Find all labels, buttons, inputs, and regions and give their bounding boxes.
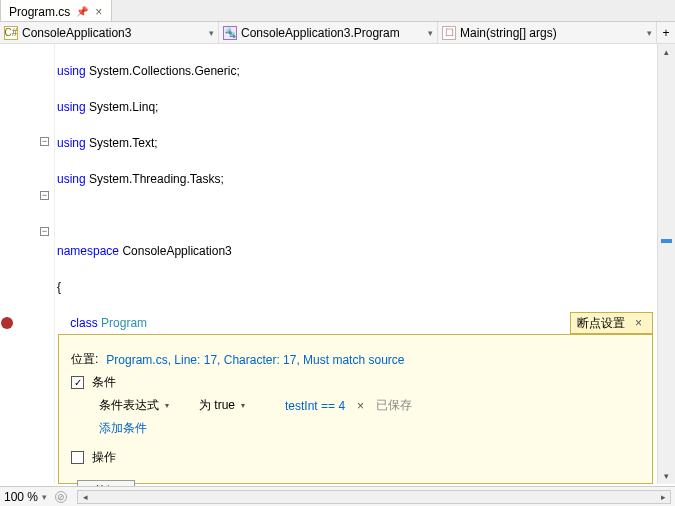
csharp-icon: C# bbox=[4, 26, 18, 40]
scroll-right-icon[interactable]: ▸ bbox=[656, 491, 670, 503]
chevron-down-icon: ▾ bbox=[241, 401, 245, 410]
breakpoint-settings-panel: 位置: Program.cs, Line: 17, Character: 17,… bbox=[58, 334, 653, 484]
nav-project-label: ConsoleApplication3 bbox=[22, 26, 131, 40]
scroll-marker bbox=[661, 239, 672, 243]
kw: namespace bbox=[57, 244, 119, 258]
conditions-label: 条件 bbox=[92, 374, 116, 391]
add-condition-link[interactable]: 添加条件 bbox=[99, 420, 147, 437]
kw: using bbox=[57, 136, 86, 150]
scroll-down-icon[interactable]: ▾ bbox=[658, 468, 675, 484]
chevron-down-icon[interactable]: ▾ bbox=[42, 492, 47, 502]
plus-icon: + bbox=[662, 26, 669, 40]
panel-title: 断点设置 bbox=[577, 315, 625, 332]
tab-bar: Program.cs 📌 × bbox=[0, 0, 675, 22]
no-issues-icon[interactable]: ⊘ bbox=[55, 491, 67, 503]
vertical-scrollbar[interactable]: ▴ ▾ bbox=[657, 44, 675, 484]
dd-label: 条件表达式 bbox=[99, 397, 159, 414]
kw: using bbox=[57, 100, 86, 114]
remove-condition-icon[interactable]: × bbox=[353, 399, 368, 413]
close-icon[interactable]: × bbox=[631, 316, 646, 330]
method-icon: ☐ bbox=[442, 26, 456, 40]
status-bar: 100 % ▾ ⊘ ◂ ▸ bbox=[0, 486, 675, 506]
close-tab-icon[interactable]: × bbox=[92, 5, 105, 19]
nav-class-dropdown[interactable]: 🔩 ConsoleApplication3.Program ▾ bbox=[219, 22, 438, 43]
chevron-down-icon: ▾ bbox=[647, 28, 652, 38]
ws bbox=[57, 316, 70, 330]
txt: ConsoleApplication3 bbox=[119, 244, 232, 258]
editor-gutter[interactable]: − − − bbox=[0, 44, 55, 484]
txt: System.Linq; bbox=[86, 100, 159, 114]
fold-toggle[interactable]: − bbox=[40, 227, 49, 236]
chevron-down-icon: ▾ bbox=[165, 401, 169, 410]
chevron-down-icon: ▾ bbox=[428, 28, 433, 38]
condition-expression[interactable]: testInt == 4 bbox=[285, 399, 345, 413]
scroll-up-icon[interactable]: ▴ bbox=[658, 44, 675, 60]
file-tab[interactable]: Program.cs 📌 × bbox=[0, 0, 112, 21]
nav-member-dropdown[interactable]: ☐ Main(string[] args) ▾ bbox=[438, 22, 657, 43]
condition-type-dropdown[interactable]: 条件表达式 ▾ bbox=[99, 397, 169, 414]
scroll-left-icon[interactable]: ◂ bbox=[78, 491, 92, 503]
tab-title: Program.cs bbox=[9, 5, 70, 19]
txt: System.Collections.Generic; bbox=[86, 64, 240, 78]
actions-label: 操作 bbox=[92, 449, 116, 466]
breakpoint-panel-header: 断点设置 × bbox=[570, 312, 653, 334]
saved-label: 已保存 bbox=[376, 397, 412, 414]
typ: Program bbox=[101, 316, 147, 330]
condition-mode-dropdown[interactable]: 为 true ▾ bbox=[199, 397, 245, 414]
kw: using bbox=[57, 172, 86, 186]
txt: System.Text; bbox=[86, 136, 158, 150]
kw: using bbox=[57, 64, 86, 78]
fold-toggle[interactable]: − bbox=[40, 137, 49, 146]
kw: class bbox=[70, 316, 97, 330]
dd-label: 为 true bbox=[199, 397, 235, 414]
navigation-bar: C# ConsoleApplication3 ▾ 🔩 ConsoleApplic… bbox=[0, 22, 675, 44]
conditions-checkbox[interactable]: ✓ bbox=[71, 376, 84, 389]
horizontal-scrollbar[interactable]: ◂ ▸ bbox=[77, 490, 671, 504]
nav-project-dropdown[interactable]: C# ConsoleApplication3 ▾ bbox=[0, 22, 219, 43]
breakpoint-glyph[interactable] bbox=[1, 317, 13, 329]
pin-icon[interactable]: 📌 bbox=[76, 6, 88, 17]
chevron-down-icon: ▾ bbox=[209, 28, 214, 38]
class-icon: 🔩 bbox=[223, 26, 237, 40]
txt: { bbox=[55, 278, 657, 296]
actions-checkbox[interactable] bbox=[71, 451, 84, 464]
location-link[interactable]: Program.cs, Line: 17, Character: 17, Mus… bbox=[106, 353, 404, 367]
nav-member-label: Main(string[] args) bbox=[460, 26, 557, 40]
txt: System.Threading.Tasks; bbox=[86, 172, 224, 186]
zoom-level[interactable]: 100 % bbox=[4, 490, 38, 504]
code-editor: ▥ − − − using System.Collections.Generic… bbox=[0, 44, 675, 484]
location-label: 位置: bbox=[71, 351, 98, 368]
fold-toggle[interactable]: − bbox=[40, 191, 49, 200]
nav-class-label: ConsoleApplication3.Program bbox=[241, 26, 400, 40]
nav-add-button[interactable]: + bbox=[657, 22, 675, 43]
